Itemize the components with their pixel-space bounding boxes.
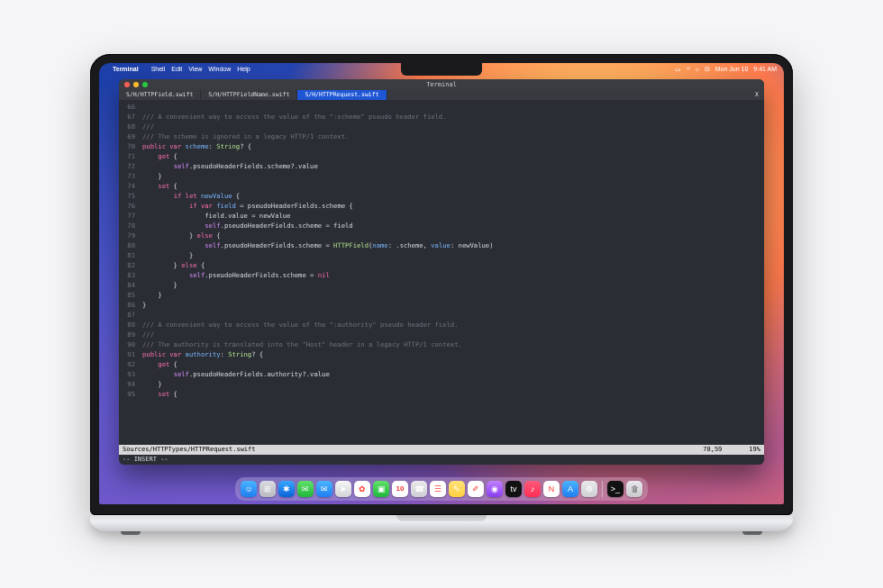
dock-maps-icon[interactable]: ➤ <box>335 481 351 497</box>
menubar-item-window[interactable]: Window <box>208 66 231 72</box>
line-number: 84 <box>119 280 142 290</box>
line-number: 68 <box>119 122 142 131</box>
macbook: Terminal ShellEditViewWindowHelp ▭ ⌔ ⌕ ⊟… <box>90 54 793 535</box>
line-number: 89 <box>119 330 142 339</box>
dock-launchpad-icon[interactable]: ⊞ <box>259 481 276 497</box>
menubar-item-view[interactable]: View <box>188 66 202 72</box>
code-line: 67/// A convenient way to access the val… <box>119 112 764 122</box>
dock-messages-icon[interactable]: ✉ <box>297 481 314 497</box>
dock-mail-icon[interactable]: ✉ <box>316 481 332 497</box>
search-icon[interactable]: ⌕ <box>696 66 699 72</box>
dock-appstore-icon[interactable]: A <box>562 481 578 497</box>
terminal-tab[interactable]: S/H/HTTPFieldName.swift <box>201 90 297 100</box>
dock-music-icon[interactable]: ♪ <box>524 481 541 497</box>
code-line: 80 self.pseudoHeaderFields.scheme = HTTP… <box>119 240 764 250</box>
line-number: 74 <box>119 181 142 191</box>
code-line: 92 get { <box>119 359 764 369</box>
line-number: 83 <box>119 270 142 280</box>
line-number: 69 <box>119 131 142 141</box>
dock-news-icon[interactable]: N <box>543 481 560 497</box>
menubar-item-edit[interactable]: Edit <box>171 66 182 72</box>
line-number: 82 <box>119 260 142 270</box>
editor-code-area[interactable]: 6667/// A convenient way to access the v… <box>119 100 764 445</box>
line-number: 66 <box>119 102 142 112</box>
code-line: 75 if let newValue { <box>119 191 764 201</box>
code-line: 93 self.pseudoHeaderFields.authority?.va… <box>119 369 764 379</box>
wifi-icon[interactable]: ⌔ <box>687 66 690 72</box>
terminal-tabs: S/H/HTTPField.swiftS/H/HTTPFieldName.swi… <box>119 90 764 100</box>
menubar-app-name[interactable]: Terminal <box>113 66 139 72</box>
dock-calendar-icon[interactable]: 10 <box>392 481 408 497</box>
menubar-time[interactable]: 9:41 AM <box>753 66 777 72</box>
code-line: 73 } <box>119 171 764 181</box>
code-line: 66 <box>119 102 764 112</box>
line-number: 95 <box>119 389 142 399</box>
minimize-icon[interactable] <box>133 82 139 87</box>
code-line: 71 get { <box>119 151 764 161</box>
line-number: 67 <box>119 112 142 122</box>
battery-icon[interactable]: ▭ <box>675 66 681 73</box>
dock-reminders-icon[interactable]: ☰ <box>430 481 446 497</box>
display-notch <box>401 63 482 76</box>
code-line: 82 } else { <box>119 260 764 270</box>
code-line: 69/// The scheme is ignored in a legacy … <box>119 131 764 141</box>
terminal-tab[interactable]: S/H/HTTPRequest.swift <box>297 90 387 100</box>
line-number: 91 <box>119 349 142 359</box>
laptop-base <box>90 515 793 531</box>
dock-freeform-icon[interactable]: ✐ <box>468 481 484 497</box>
line-number: 93 <box>119 369 142 379</box>
status-cursor-pos: 78,59 <box>703 446 722 453</box>
dock-facetime-icon[interactable]: ▣ <box>373 481 389 497</box>
dock-trash-icon[interactable]: 🗑 <box>626 481 642 497</box>
vim-mode: -- INSERT -- <box>123 456 168 463</box>
close-icon[interactable] <box>124 82 130 87</box>
line-number: 77 <box>119 211 142 221</box>
line-number: 75 <box>119 191 142 201</box>
dock-tv-icon[interactable]: tv <box>505 481 522 497</box>
dock-safari-icon[interactable]: ✱ <box>278 481 295 497</box>
code-line: 68/// <box>119 122 764 131</box>
code-line: 91public var authority: String? { <box>119 349 764 359</box>
zoom-icon[interactable] <box>142 82 148 87</box>
menubar-date[interactable]: Mon Jun 10 <box>715 66 749 72</box>
terminal-window: Terminal S/H/HTTPField.swiftS/H/HTTPFiel… <box>119 79 764 465</box>
code-line: 72 self.pseudoHeaderFields.scheme?.value <box>119 161 764 171</box>
code-line: 95 set { <box>119 389 764 399</box>
dock-photos-icon[interactable]: ✿ <box>354 481 370 497</box>
dock-terminal-icon[interactable]: >_ <box>607 481 624 497</box>
screen-bezel: Terminal ShellEditViewWindowHelp ▭ ⌔ ⌕ ⊟… <box>90 54 793 515</box>
menubar-item-shell[interactable]: Shell <box>151 66 166 72</box>
dock-contacts-icon[interactable]: ☎ <box>411 481 427 497</box>
tab-close-icon[interactable]: X <box>750 90 764 100</box>
code-line: 84 } <box>119 280 764 290</box>
code-line: 94 } <box>119 379 764 389</box>
code-line: 70public var scheme: String? { <box>119 141 764 151</box>
line-number: 87 <box>119 310 142 320</box>
dock-settings-icon[interactable]: ⚙ <box>581 481 597 497</box>
line-number: 81 <box>119 250 142 260</box>
code-line: 79 } else { <box>119 231 764 240</box>
code-line: 89/// <box>119 330 764 339</box>
line-number: 86 <box>119 300 142 310</box>
terminal-title: Terminal <box>426 81 457 88</box>
dock-finder-icon[interactable]: ☺ <box>241 481 257 497</box>
dock-notes-icon[interactable]: ✎ <box>449 481 465 497</box>
line-number: 76 <box>119 201 142 211</box>
code-line: 90/// The authority is translated into t… <box>119 339 764 349</box>
code-line: 74 set { <box>119 181 764 191</box>
status-path: Sources/HTTPTypes/HTTPRequest.swift <box>123 446 256 453</box>
code-line: 86} <box>119 300 764 310</box>
dock-separator <box>602 481 603 497</box>
control-center-icon[interactable]: ⊟ <box>705 66 710 73</box>
dock-podcasts-icon[interactable]: ◉ <box>487 481 503 497</box>
line-number: 94 <box>119 379 142 389</box>
menubar-item-help[interactable]: Help <box>237 66 250 72</box>
line-number: 88 <box>119 320 142 330</box>
terminal-titlebar[interactable]: Terminal <box>119 79 764 90</box>
terminal-tab[interactable]: S/H/HTTPField.swift <box>119 90 201 100</box>
code-line: 87 <box>119 310 764 320</box>
line-number: 85 <box>119 290 142 300</box>
code-line: 85 } <box>119 290 764 300</box>
line-number: 70 <box>119 141 142 151</box>
code-line: 81 } <box>119 250 764 260</box>
